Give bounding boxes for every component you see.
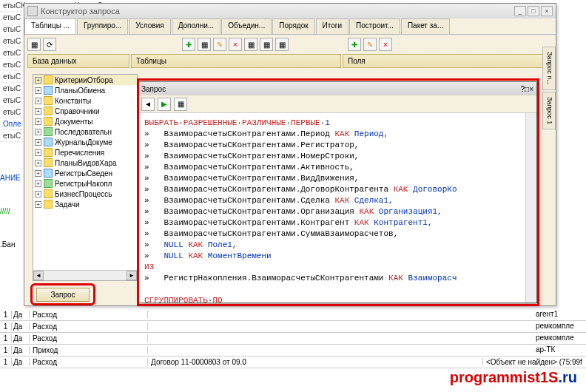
toolbar-fields: ✚ ✎ ×: [348, 38, 392, 51]
window-icon: [27, 6, 38, 16]
query-button[interactable]: Запрос: [36, 288, 89, 302]
tab-additional[interactable]: Дополни...: [172, 18, 220, 34]
tab-totals[interactable]: Итоги: [316, 18, 348, 34]
tree-item[interactable]: +Задачи: [33, 199, 137, 209]
delete-field-button[interactable]: ×: [379, 38, 392, 51]
vtab-query-p[interactable]: Запрос п...: [542, 47, 556, 90]
query-text-window: Запрос ? □ × ◄ ▶ ▦ ВЫБРАТЬ·РАЗРЕШЕННЫЕ·Р…: [138, 81, 537, 303]
tree-label: РегистрыНакопл: [55, 180, 112, 188]
tree-label: Документы: [55, 118, 93, 126]
bg-slash: /////: [0, 207, 10, 215]
expand-icon[interactable]: +: [35, 160, 41, 166]
tree-label: Перечисления: [55, 149, 104, 157]
desc-button[interactable]: ▦: [275, 38, 289, 51]
minimize-button[interactable]: _: [514, 6, 526, 16]
toolbar-tables: ✚ ▦ ✎ × ▦ ▦ ▦: [182, 38, 289, 51]
tree-label: РегистрыСведен: [55, 169, 112, 178]
tree-node-icon: [44, 200, 53, 209]
delete-table-button[interactable]: ×: [229, 38, 242, 51]
tree-item[interactable]: +Документы: [33, 116, 137, 126]
edit-field-button[interactable]: ✎: [363, 38, 377, 51]
add-field-button[interactable]: ✚: [348, 38, 361, 51]
sub-window-title: Запрос: [141, 85, 166, 93]
grid-row[interactable]: 1ДаРасход: [0, 321, 586, 333]
expand-icon[interactable]: +: [35, 129, 41, 135]
query-scrollbar[interactable]: [525, 113, 536, 303]
title-bar[interactable]: Конструктор запроса _ □ ×: [24, 4, 556, 18]
tab-tables[interactable]: Таблицы ...: [24, 18, 76, 34]
database-tree[interactable]: +КритерииОтбора+ПланыОбмена+Константы+Сп…: [33, 74, 138, 281]
tree-item[interactable]: +РегистрыНакопл: [33, 178, 137, 189]
expand-icon[interactable]: +: [35, 87, 41, 94]
vertical-tabs: Запрос п... Запрос 1: [542, 47, 556, 129]
expand-icon[interactable]: +: [35, 170, 41, 177]
tree-node-icon: [44, 75, 53, 84]
tree-item[interactable]: +Последовательн: [33, 126, 137, 137]
expand-icon[interactable]: +: [35, 108, 41, 115]
tree-item[interactable]: +Константы: [33, 95, 137, 106]
grid-row[interactable]: 1ДаРасход: [0, 309, 586, 321]
add-table-button[interactable]: ✚: [182, 38, 195, 51]
expand-icon[interactable]: +: [35, 139, 41, 146]
edit-table-button[interactable]: ✎: [213, 38, 226, 51]
tree-label: ЖурналыДокуме: [55, 138, 112, 146]
tab-order[interactable]: Порядок: [272, 18, 314, 34]
close-button[interactable]: ×: [541, 6, 553, 16]
tree-node-icon: [44, 148, 53, 157]
sub-run-button[interactable]: ▶: [158, 98, 171, 111]
expand-icon[interactable]: +: [35, 118, 41, 125]
scroll-right[interactable]: ►: [127, 271, 137, 280]
nested-button[interactable]: ▦: [244, 38, 257, 51]
sub-title-bar[interactable]: Запрос ? □ ×: [138, 82, 536, 95]
tab-grouping[interactable]: Группиро...: [77, 18, 128, 34]
tree-label: Константы: [55, 97, 91, 105]
tree-item[interactable]: +КритерииОтбора: [33, 75, 137, 85]
tree-item[interactable]: +БизнесПроцессь: [33, 189, 137, 199]
window-title: Конструктор запроса: [41, 7, 120, 16]
replace-table-button[interactable]: ▦: [198, 38, 211, 51]
section-tables: Таблицы: [131, 54, 341, 68]
query-text[interactable]: ВЫБРАТЬ·РАЗРЕШЕННЫЕ·РАЗЛИЧНЫЕ·ПЕРВЫЕ·1 »…: [138, 113, 536, 303]
expand-icon[interactable]: +: [35, 149, 41, 156]
expand-icon[interactable]: +: [35, 180, 41, 187]
scroll-left[interactable]: ◄: [33, 271, 44, 280]
tree-item[interactable]: +Перечисления: [33, 147, 137, 158]
expand-icon[interactable]: +: [35, 98, 41, 104]
tab-packet[interactable]: Пакет за...: [401, 18, 450, 34]
tab-builder[interactable]: Построит...: [349, 18, 400, 34]
tree-label: Последовательн: [55, 128, 112, 136]
main-tabs: Таблицы ... Группиро... Условия Дополни.…: [24, 18, 556, 35]
tree-node-icon: [44, 138, 53, 146]
sub-toolbar: ◄ ▶ ▦: [138, 95, 536, 113]
grid-row[interactable]: 1ДаПриход: [0, 345, 586, 356]
sub-btn-3[interactable]: ▦: [174, 98, 187, 111]
tb-btn-1[interactable]: ▦: [27, 38, 41, 51]
section-fields: Поля: [343, 54, 553, 68]
right-fragment: агент1ремкомпле ремкомплеар-ТК: [534, 309, 586, 356]
tree-item[interactable]: +ПланыВидовХара: [33, 158, 137, 168]
temp-table-button[interactable]: ▦: [260, 38, 273, 51]
tree-item[interactable]: +Справочники: [33, 106, 137, 116]
sub-btn-1[interactable]: ◄: [141, 98, 155, 111]
grid-row[interactable]: 1ДаРасход: [0, 333, 586, 345]
tb-btn-2[interactable]: ⟳: [43, 38, 56, 51]
tree-item[interactable]: +РегистрыСведен: [33, 168, 137, 178]
tab-conditions[interactable]: Условия: [129, 18, 171, 34]
tree-scrollbar[interactable]: ◄ ►: [33, 270, 137, 280]
tab-union[interactable]: Объедин...: [221, 18, 272, 34]
result-grid[interactable]: 1ДаРасход1ДаРасход1ДаРасход1ДаПриход1ДаР…: [0, 309, 586, 368]
grid-row[interactable]: 1ДаРасходДоговор 11-0000803 от 09.0<Объе…: [0, 356, 586, 368]
expand-icon[interactable]: +: [35, 191, 41, 197]
tree-node-icon: [44, 96, 53, 105]
bg-link: АНИЕ: [0, 174, 21, 182]
tree-item[interactable]: +ЖурналыДокуме: [33, 137, 137, 147]
tree-item[interactable]: +ПланыОбмена: [33, 85, 137, 95]
maximize-button[interactable]: □: [528, 6, 539, 16]
expand-icon[interactable]: +: [35, 77, 41, 84]
tree-node-icon: [44, 158, 53, 167]
expand-icon[interactable]: +: [35, 201, 41, 208]
sub-close-button[interactable]: ×: [529, 85, 533, 93]
bg-ban: .Бан: [0, 240, 15, 249]
vtab-query-1[interactable]: Запрос 1: [542, 92, 556, 129]
tree-label: КритерииОтбора: [55, 76, 113, 84]
